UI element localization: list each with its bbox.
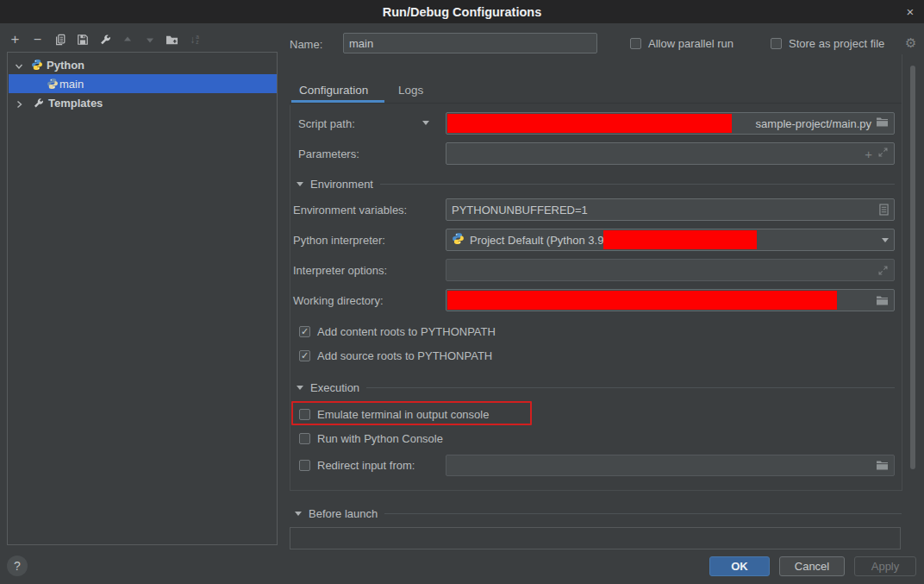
script-path-value: sample-project/main.py <box>756 117 871 130</box>
checkbox-label: Allow parallel run <box>648 37 734 50</box>
python-logo-icon <box>452 232 465 248</box>
tab-logs[interactable]: Logs <box>398 84 423 97</box>
titlebar: Run/Debug Configurations × <box>0 0 924 23</box>
name-value: main <box>349 37 373 50</box>
viewport-right-border <box>902 54 902 490</box>
configurations-toolbar: + − ↓ az <box>9 32 201 47</box>
collapse-triangle-icon <box>295 512 302 516</box>
checkbox-label: Store as project file <box>789 37 884 50</box>
interpreter-options-input[interactable] <box>446 259 895 281</box>
edit-templates-icon[interactable] <box>98 34 111 47</box>
before-launch-list <box>290 527 901 549</box>
expand-icon[interactable] <box>877 147 889 160</box>
remove-configuration-icon[interactable]: − <box>31 34 44 47</box>
checkbox-label: Emulate terminal in output console <box>317 408 489 421</box>
section-rule <box>366 387 895 388</box>
dialog-title: Run/Debug Configurations <box>383 5 541 19</box>
cancel-button[interactable]: Cancel <box>779 556 845 576</box>
checkbox-label: Add source roots to PYTHONPATH <box>317 349 492 362</box>
environment-variables-value: PYTHONUNBUFFERED=1 <box>452 204 588 217</box>
parameters-label: Parameters: <box>298 148 359 160</box>
tree-item-python[interactable]: Python <box>9 55 277 74</box>
folder-icon[interactable] <box>876 460 889 471</box>
sort-letters: az <box>196 35 199 45</box>
script-path-dropdown-icon[interactable] <box>422 121 429 125</box>
store-as-project-file-checkbox[interactable]: Store as project file <box>771 37 884 50</box>
redaction-overlay <box>447 114 732 133</box>
checkbox-label: Redirect input from: <box>317 459 415 472</box>
tab-configuration[interactable]: Configuration <box>299 84 368 97</box>
apply-button[interactable]: Apply <box>854 556 916 576</box>
section-title: Execution <box>310 381 359 394</box>
active-tab-underline <box>291 100 384 103</box>
before-launch-section-header[interactable]: Before launch <box>295 507 902 520</box>
environment-section-header[interactable]: Environment <box>297 178 895 191</box>
checkbox-label: Run with Python Console <box>317 432 443 445</box>
help-button[interactable]: ? <box>7 556 28 576</box>
folder-icon[interactable] <box>876 116 889 130</box>
add-content-roots-checkbox[interactable]: ✓ Add content roots to PYTHONPATH <box>299 325 496 338</box>
new-folder-icon[interactable] <box>165 34 178 47</box>
checkbox-box <box>299 409 310 420</box>
redirect-input-checkbox[interactable]: Redirect input from: <box>299 459 415 472</box>
add-source-roots-checkbox[interactable]: ✓ Add source roots to PYTHONPATH <box>299 349 492 362</box>
section-rule <box>384 513 902 514</box>
tree-item-label: Templates <box>48 97 103 110</box>
checkbox-box <box>771 38 782 49</box>
checkbox-box <box>299 433 310 444</box>
emulate-terminal-checkbox[interactable]: Emulate terminal in output console <box>299 408 489 421</box>
section-title: Before launch <box>309 507 378 520</box>
run-with-python-console-checkbox[interactable]: Run with Python Console <box>299 432 443 445</box>
expand-icon[interactable] <box>877 265 889 276</box>
interpreter-options-label: Interpreter options: <box>293 264 387 277</box>
close-icon[interactable]: × <box>902 3 919 20</box>
section-title: Environment <box>310 178 373 191</box>
chevron-down-icon[interactable] <box>882 238 889 242</box>
collapse-triangle-icon <box>297 182 303 186</box>
redaction-overlay <box>603 230 757 249</box>
folder-icon[interactable] <box>876 295 889 306</box>
checkbox-box <box>630 38 641 49</box>
sort-configurations-icon[interactable]: ↓ az <box>188 34 201 47</box>
tabbar-divider <box>290 103 902 104</box>
checkbox-box-checked: ✓ <box>299 326 310 337</box>
tree-item-main[interactable]: main <box>9 74 277 93</box>
add-configuration-icon[interactable]: + <box>9 34 22 47</box>
script-path-label: Script path: <box>298 117 355 130</box>
ok-button[interactable]: OK <box>709 556 770 576</box>
section-rule <box>380 184 895 185</box>
collapse-triangle-icon <box>297 386 303 390</box>
configurations-tree: Python main Templates <box>7 52 278 545</box>
checkbox-box-checked: ✓ <box>299 350 310 361</box>
allow-parallel-run-checkbox[interactable]: Allow parallel run <box>630 37 734 50</box>
save-configuration-icon[interactable] <box>76 34 89 47</box>
tree-item-label: Python <box>47 59 84 72</box>
move-up-icon[interactable] <box>121 34 134 47</box>
checkbox-box <box>299 460 310 471</box>
python-interpreter-label: Python interpreter: <box>293 234 385 247</box>
browse-variables-icon[interactable] <box>879 204 889 216</box>
redirect-input-path[interactable] <box>446 455 895 476</box>
chevron-right-icon[interactable] <box>14 97 24 108</box>
move-down-icon[interactable] <box>143 34 156 47</box>
sort-arrow-glyph: ↓ <box>190 34 195 46</box>
environment-variables-input[interactable]: PYTHONUNBUFFERED=1 <box>446 198 895 221</box>
name-input[interactable]: main <box>343 33 597 53</box>
chevron-down-icon[interactable] <box>14 60 24 70</box>
execution-section-header[interactable]: Execution <box>297 381 895 394</box>
working-directory-label: Working directory: <box>293 294 384 307</box>
parameters-input[interactable]: + <box>446 142 895 165</box>
tree-item-label: main <box>59 78 84 91</box>
checkbox-label: Add content roots to PYTHONPATH <box>317 325 496 338</box>
vertical-scrollbar[interactable] <box>910 66 915 469</box>
tree-item-templates[interactable]: Templates <box>9 93 277 112</box>
add-macro-icon[interactable]: + <box>865 147 872 161</box>
copy-configuration-icon[interactable] <box>53 34 66 47</box>
redaction-overlay <box>447 291 837 310</box>
wrench-icon <box>33 97 45 109</box>
help-icon: ? <box>14 559 21 573</box>
run-debug-configurations-dialog: Run/Debug Configurations × + − ↓ az <box>0 0 924 584</box>
python-logo-icon <box>31 59 43 71</box>
environment-variables-label: Environment variables: <box>293 204 407 217</box>
gear-icon[interactable]: ⚙ <box>905 35 916 51</box>
